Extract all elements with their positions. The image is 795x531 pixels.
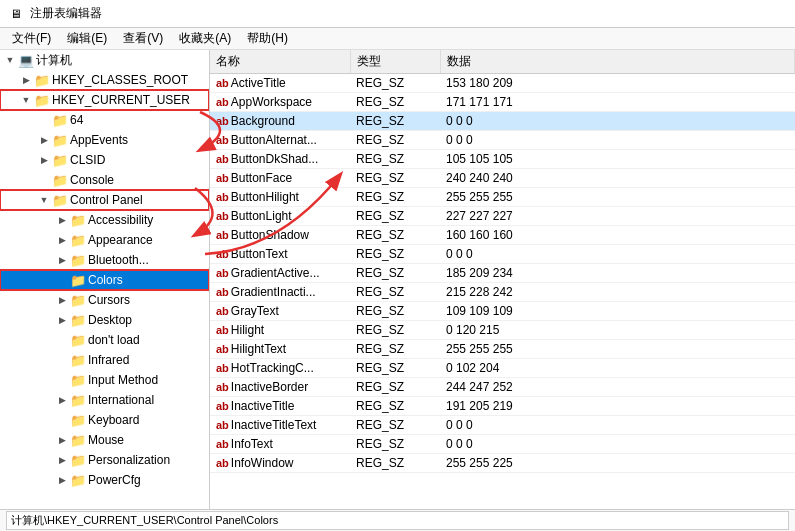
icon-international: 📁: [70, 393, 86, 408]
expand-powercfg[interactable]: ▶: [54, 475, 70, 485]
tree-item-appearance[interactable]: ▶ 📁 Appearance: [0, 230, 209, 250]
menu-favorites[interactable]: 收藏夹(A): [171, 28, 239, 49]
table-row[interactable]: abInfoText REG_SZ 0 0 0: [210, 435, 795, 454]
expand-appevents[interactable]: ▶: [36, 135, 52, 145]
col-header-data[interactable]: 数据: [440, 50, 795, 74]
table-row[interactable]: abAppWorkspace REG_SZ 171 171 171: [210, 93, 795, 112]
cell-type: REG_SZ: [350, 150, 440, 169]
cell-name: abGradientInacti...: [210, 283, 350, 302]
table-row[interactable]: abHotTrackingC... REG_SZ 0 102 204: [210, 359, 795, 378]
reg-type-icon: ab: [216, 134, 229, 146]
tree-item-clsid[interactable]: ▶ 📁 CLSID: [0, 150, 209, 170]
tree-item-mouse[interactable]: ▶ 📁 Mouse: [0, 430, 209, 450]
tree-item-controlpanel[interactable]: ▼ 📁 Control Panel: [0, 190, 209, 210]
tree-item-bluetooth[interactable]: ▶ 📁 Bluetooth...: [0, 250, 209, 270]
tree-item-desktop[interactable]: ▶ 📁 Desktop: [0, 310, 209, 330]
table-row[interactable]: abGradientActive... REG_SZ 185 209 234: [210, 264, 795, 283]
table-row[interactable]: abInactiveBorder REG_SZ 244 247 252: [210, 378, 795, 397]
expand-hkcu[interactable]: ▼: [18, 95, 34, 105]
expand-cursors[interactable]: ▶: [54, 295, 70, 305]
cell-name: abActiveTitle: [210, 74, 350, 93]
menu-view[interactable]: 查看(V): [115, 28, 171, 49]
window-title: 注册表编辑器: [30, 5, 102, 22]
registry-table-panel: 名称 类型 数据 abActiveTitle REG_SZ 153 180 20…: [210, 50, 795, 509]
table-row[interactable]: abActiveTitle REG_SZ 153 180 209: [210, 74, 795, 93]
reg-type-icon: ab: [216, 457, 229, 469]
icon-64: 📁: [52, 113, 68, 128]
expand-desktop[interactable]: ▶: [54, 315, 70, 325]
table-row[interactable]: abInfoWindow REG_SZ 255 255 225: [210, 454, 795, 473]
tree-item-powercfg[interactable]: ▶ 📁 PowerCfg: [0, 470, 209, 490]
cell-data: 185 209 234: [440, 264, 795, 283]
tree-item-accessibility[interactable]: ▶ 📁 Accessibility: [0, 210, 209, 230]
tree-item-hkcu[interactable]: ▼ 📁 HKEY_CURRENT_USER: [0, 90, 209, 110]
col-header-name[interactable]: 名称: [210, 50, 350, 74]
table-row[interactable]: abInactiveTitleText REG_SZ 0 0 0: [210, 416, 795, 435]
cell-data: 171 171 171: [440, 93, 795, 112]
icon-inputmethod: 📁: [70, 373, 86, 388]
col-header-type[interactable]: 类型: [350, 50, 440, 74]
reg-type-icon: ab: [216, 343, 229, 355]
reg-type-icon: ab: [216, 153, 229, 165]
table-row[interactable]: abBackground REG_SZ 0 0 0: [210, 112, 795, 131]
table-row[interactable]: abHilight REG_SZ 0 120 215: [210, 321, 795, 340]
expand-hkcr[interactable]: ▶: [18, 75, 34, 85]
expand-mouse[interactable]: ▶: [54, 435, 70, 445]
icon-controlpanel: 📁: [52, 193, 68, 208]
tree-item-colors[interactable]: ▶ 📁 Colors: [0, 270, 209, 290]
cell-data: 0 102 204: [440, 359, 795, 378]
table-row[interactable]: abButtonHilight REG_SZ 255 255 255: [210, 188, 795, 207]
tree-item-international[interactable]: ▶ 📁 International: [0, 390, 209, 410]
table-row[interactable]: abButtonFace REG_SZ 240 240 240: [210, 169, 795, 188]
menu-help[interactable]: 帮助(H): [239, 28, 296, 49]
reg-type-icon: ab: [216, 191, 229, 203]
table-row[interactable]: abButtonLight REG_SZ 227 227 227: [210, 207, 795, 226]
tree-item-64[interactable]: ▶ 📁 64: [0, 110, 209, 130]
expand-international[interactable]: ▶: [54, 395, 70, 405]
cell-type: REG_SZ: [350, 397, 440, 416]
tree-item-console[interactable]: ▶ 📁 Console: [0, 170, 209, 190]
cell-data: 240 240 240: [440, 169, 795, 188]
cell-name: abButtonHilight: [210, 188, 350, 207]
table-row[interactable]: abButtonShadow REG_SZ 160 160 160: [210, 226, 795, 245]
cell-name: abButtonText: [210, 245, 350, 264]
tree-item-appevents[interactable]: ▶ 📁 AppEvents: [0, 130, 209, 150]
cell-type: REG_SZ: [350, 131, 440, 150]
cell-type: REG_SZ: [350, 416, 440, 435]
table-row[interactable]: abGradientInacti... REG_SZ 215 228 242: [210, 283, 795, 302]
icon-mouse: 📁: [70, 433, 86, 448]
expand-clsid[interactable]: ▶: [36, 155, 52, 165]
table-row[interactable]: abButtonText REG_SZ 0 0 0: [210, 245, 795, 264]
expand-controlpanel[interactable]: ▼: [36, 195, 52, 205]
tree-item-hkcr[interactable]: ▶ 📁 HKEY_CLASSES_ROOT: [0, 70, 209, 90]
expand-accessibility[interactable]: ▶: [54, 215, 70, 225]
table-row[interactable]: abGrayText REG_SZ 109 109 109: [210, 302, 795, 321]
reg-type-icon: ab: [216, 210, 229, 222]
tree-item-computer[interactable]: ▼ 💻 计算机: [0, 50, 209, 70]
cell-name: abButtonShadow: [210, 226, 350, 245]
tree-item-dontload[interactable]: ▶ 📁 don't load: [0, 330, 209, 350]
menu-file[interactable]: 文件(F): [4, 28, 59, 49]
expand-computer[interactable]: ▼: [2, 55, 18, 65]
icon-colors: 📁: [70, 273, 86, 288]
tree-item-keyboard[interactable]: ▶ 📁 Keyboard: [0, 410, 209, 430]
cell-name: abHilight: [210, 321, 350, 340]
menu-edit[interactable]: 编辑(E): [59, 28, 115, 49]
cell-type: REG_SZ: [350, 378, 440, 397]
tree-item-inputmethod[interactable]: ▶ 📁 Input Method: [0, 370, 209, 390]
cell-data: 255 255 225: [440, 454, 795, 473]
expand-appearance[interactable]: ▶: [54, 235, 70, 245]
tree-item-cursors[interactable]: ▶ 📁 Cursors: [0, 290, 209, 310]
table-row[interactable]: abButtonDkShad... REG_SZ 105 105 105: [210, 150, 795, 169]
table-row[interactable]: abHilightText REG_SZ 255 255 255: [210, 340, 795, 359]
tree-item-infrared[interactable]: ▶ 📁 Infrared: [0, 350, 209, 370]
tree-scroll[interactable]: ▼ 💻 计算机 ▶ 📁 HKEY_CLASSES_ROOT ▼ 📁 HKEY_C…: [0, 50, 209, 509]
cell-name: abInactiveTitle: [210, 397, 350, 416]
expand-bluetooth[interactable]: ▶: [54, 255, 70, 265]
tree-item-personalization[interactable]: ▶ 📁 Personalization: [0, 450, 209, 470]
table-row[interactable]: abButtonAlternat... REG_SZ 0 0 0: [210, 131, 795, 150]
cell-name: abBackground: [210, 112, 350, 131]
expand-personalization[interactable]: ▶: [54, 455, 70, 465]
cell-type: REG_SZ: [350, 340, 440, 359]
table-row[interactable]: abInactiveTitle REG_SZ 191 205 219: [210, 397, 795, 416]
